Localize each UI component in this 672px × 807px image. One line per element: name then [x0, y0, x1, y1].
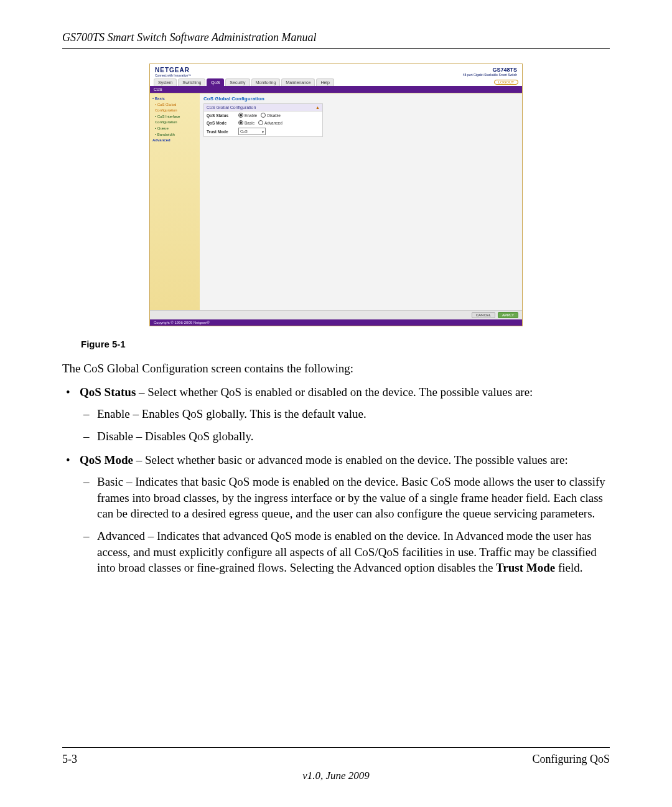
- submenu-bar: CoS: [150, 86, 522, 93]
- panel-title: CoS Global Configuration: [203, 96, 518, 101]
- sidebar-item-cos-global[interactable]: • CoS Global Configuration: [152, 102, 197, 114]
- page-number: 5-3: [62, 753, 77, 766]
- netgear-logo: NETGEAR Connect with Innovation™: [155, 67, 191, 77]
- intro-paragraph: The CoS Global Configuration screen cont…: [62, 361, 610, 377]
- sidebar-group-advanced[interactable]: Advanced: [152, 138, 170, 142]
- logout-button[interactable]: LOGOUT: [494, 80, 518, 85]
- copyright-bar: Copyright © 1996-2009 Netgear®: [150, 319, 522, 326]
- trust-mode-label: Trust Mode: [207, 130, 235, 134]
- sidebar-item-bandwidth[interactable]: • Bandwidth: [152, 132, 197, 138]
- cancel-button[interactable]: CANCEL: [472, 312, 495, 318]
- sub-advanced: Advanced – Indicates that advanced QoS m…: [80, 528, 610, 576]
- apply-button[interactable]: APPLY: [498, 312, 518, 318]
- footer-rule: [62, 747, 610, 748]
- qos-status-disable-radio[interactable]: [261, 113, 266, 118]
- model-label: GS748TS 48-port Gigabit Stackable Smart …: [463, 67, 517, 77]
- config-panel: CoS Global Configuration ▲ QoS Status En…: [203, 103, 323, 137]
- sidebar-item-queue[interactable]: • Queue: [152, 126, 197, 132]
- sidebar: • Basic • CoS Global Configuration • CoS…: [150, 93, 200, 310]
- sidebar-item-cos-interface[interactable]: • CoS Interface Configuration: [152, 114, 197, 126]
- section-title: Configuring QoS: [532, 753, 610, 766]
- qos-mode-basic-radio[interactable]: [238, 120, 243, 125]
- sub-disable: Disable – Disables QoS globally.: [80, 428, 610, 445]
- qos-mode-label: QoS Mode: [207, 121, 235, 125]
- chevron-down-icon: ▾: [262, 130, 264, 134]
- tab-security[interactable]: Security: [225, 78, 250, 86]
- trust-mode-select[interactable]: CoS ▾: [238, 128, 266, 135]
- figure-screenshot: NETGEAR Connect with Innovation™ GS748TS…: [149, 64, 523, 326]
- header-rule: [62, 48, 610, 49]
- tab-switching[interactable]: Switching: [178, 78, 205, 86]
- collapse-icon[interactable]: ▲: [315, 105, 320, 110]
- tab-maintenance[interactable]: Maintenance: [281, 78, 315, 86]
- running-header: GS700TS Smart Switch Software Administra…: [62, 31, 610, 44]
- qos-mode-advanced-radio[interactable]: [258, 120, 263, 125]
- main-tabs: System Switching QoS Security Monitoring…: [150, 78, 522, 86]
- qos-status-label: QoS Status: [207, 113, 235, 118]
- qos-status-enable-radio[interactable]: [238, 113, 243, 118]
- sidebar-group-basic[interactable]: • Basic: [152, 97, 165, 100]
- sub-enable: Enable – Enables QoS globally. This is t…: [80, 406, 610, 422]
- figure-caption: Figure 5-1: [81, 339, 610, 349]
- bullet-qos-status: QoS Status – Select whether QoS is enabl…: [62, 384, 610, 445]
- tab-system[interactable]: System: [154, 78, 177, 86]
- version-line: v1.0, June 2009: [62, 770, 610, 782]
- tab-help[interactable]: Help: [316, 78, 334, 86]
- tab-monitoring[interactable]: Monitoring: [251, 78, 281, 86]
- tab-qos[interactable]: QoS: [207, 78, 224, 86]
- sub-basic: Basic – Indicates that basic QoS mode is…: [80, 474, 610, 522]
- bullet-qos-mode: QoS Mode – Select whether basic or advan…: [62, 452, 610, 576]
- panel-box-title: CoS Global Configuration: [207, 105, 256, 110]
